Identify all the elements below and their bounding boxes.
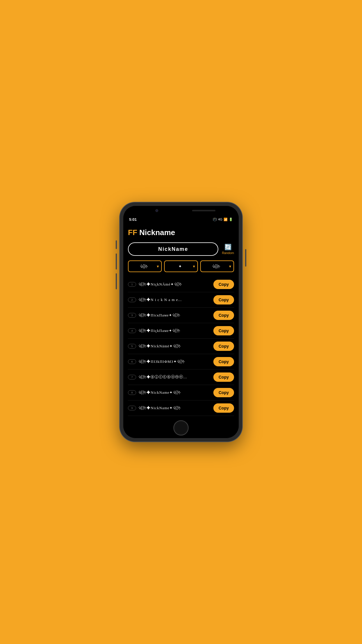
item-left-5: 5 ꧁꧂✦NïckNämë✦꧁꧂ — [128, 344, 213, 349]
filter-symbol-2: ✦ — [167, 264, 193, 269]
item-left-3: 3 ꧁꧂✦ПіскПаме✦꧁꧂ — [128, 313, 213, 318]
copy-button-7[interactable]: Copy — [213, 372, 234, 382]
network-icon: 4G — [218, 218, 222, 221]
copy-button-9[interactable]: Copy — [213, 403, 234, 413]
list-item: 4 ꧁꧂✦ПіçkПаме✦꧁꧂ Copy — [128, 323, 234, 339]
filter-symbol-3: ꧁꧂ — [203, 264, 229, 269]
item-number-5: 5 — [128, 344, 136, 349]
copy-button-3[interactable]: Copy — [213, 311, 234, 320]
list-item: 6 ꧁꧂✦ПІЗkПІФМЗ✦꧁꧂ Copy — [128, 354, 234, 370]
item-text-4: ꧁꧂✦ПіçkПаме✦꧁꧂ — [138, 328, 213, 333]
home-button[interactable] — [173, 420, 189, 435]
list-item: 9 ꧁꧂✦NіckName✦꧁꧂ Copy — [128, 400, 234, 416]
item-text-1: ꧁꧂✦NiçkNÄmé✦꧁꧂ — [138, 282, 213, 287]
mute-button — [116, 240, 117, 249]
battery-icon: 🔋 — [229, 218, 233, 221]
random-button[interactable]: 🔄 Random — [222, 244, 234, 255]
copy-button-1[interactable]: Copy — [213, 280, 234, 289]
volume-up-button — [116, 253, 117, 270]
item-number-7: 7 — [128, 375, 136, 379]
nickname-title-text: Nickname — [137, 228, 175, 237]
phone-screen: 5:01 📳 4G 📶 🔋 FF Nickname NickName — [123, 206, 239, 438]
list-item: 8 ꧁꧂✦NіckName✦꧁꧂ Copy — [128, 385, 234, 400]
item-text-8: ꧁꧂✦NіckName✦꧁꧂ — [138, 390, 213, 395]
chevron-down-icon-1: ▾ — [157, 264, 159, 269]
filter-symbol-1: ꧁꧂ — [131, 264, 157, 269]
copy-button-6[interactable]: Copy — [213, 357, 234, 366]
copy-button-4[interactable]: Copy — [213, 326, 234, 335]
item-text-3: ꧁꧂✦ПіскПаме✦꧁꧂ — [138, 313, 213, 318]
earpiece-speaker — [192, 210, 215, 211]
ff-text: FF — [128, 228, 137, 237]
list-item: 1 ꧁꧂✦NiçkNÄmé✦꧁꧂ Copy — [128, 277, 234, 292]
copy-button-5[interactable]: Copy — [213, 342, 234, 351]
phone-notch — [123, 206, 239, 215]
item-left-8: 8 ꧁꧂✦NіckName✦꧁꧂ — [128, 390, 213, 395]
item-text-6: ꧁꧂✦ПІЗkПІФМЗ✦꧁꧂ — [138, 359, 213, 364]
item-number-1: 1 — [128, 282, 136, 287]
item-number-3: 3 — [128, 313, 136, 318]
nickname-row: NickName 🔄 Random — [128, 242, 234, 256]
volume-down-button — [116, 273, 117, 289]
signal-icon: 📶 — [224, 218, 228, 221]
filter-row: ꧁꧂ ▾ ✦ ▾ ꧁꧂ ▾ — [128, 260, 234, 272]
chevron-down-icon-2: ▾ — [193, 264, 195, 269]
item-text-2: ꧁꧂✦N i c k N a m e... — [138, 298, 213, 302]
item-number-6: 6 — [128, 359, 136, 364]
item-left-9: 9 ꧁꧂✦NіckName✦꧁꧂ — [128, 406, 213, 410]
app-header: FF Nickname — [128, 228, 234, 237]
list-item: 3 ꧁꧂✦ПіскПаме✦꧁꧂ Copy — [128, 308, 234, 323]
item-text-5: ꧁꧂✦NïckNämë✦꧁꧂ — [138, 344, 213, 349]
filter-dropdown-3[interactable]: ꧁꧂ ▾ — [200, 260, 234, 272]
phone-frame: 5:01 📳 4G 📶 🔋 FF Nickname NickName — [120, 202, 242, 442]
list-item: 7 ꧁꧂✦ⓃⓘⓒⓚⓃⓐⓜⓔ... Copy — [128, 370, 234, 385]
nickname-input-box[interactable]: NickName — [128, 242, 218, 256]
nickname-list: 1 ꧁꧂✦NiçkNÄmé✦꧁꧂ Copy 2 ꧁꧂✦N i c k N a m… — [128, 277, 234, 418]
status-bar: 5:01 📳 4G 📶 🔋 — [123, 215, 239, 223]
item-left-4: 4 ꧁꧂✦ПіçkПаме✦꧁꧂ — [128, 328, 213, 333]
copy-button-2[interactable]: Copy — [213, 295, 234, 304]
item-left-6: 6 ꧁꧂✦ПІЗkПІФМЗ✦꧁꧂ — [128, 359, 213, 364]
item-left-1: 1 ꧁꧂✦NiçkNÄmé✦꧁꧂ — [128, 282, 213, 287]
item-number-4: 4 — [128, 328, 136, 333]
item-text-7: ꧁꧂✦ⓃⓘⓒⓚⓃⓐⓜⓔ... — [138, 375, 213, 379]
item-number-2: 2 — [128, 298, 136, 302]
app-content: FF Nickname NickName 🔄 Random ꧁꧂ ▾ — [123, 223, 239, 418]
chevron-down-icon-3: ▾ — [229, 264, 231, 269]
item-left-7: 7 ꧁꧂✦ⓃⓘⓒⓚⓃⓐⓜⓔ... — [128, 375, 213, 379]
list-item: 5 ꧁꧂✦NïckNämë✦꧁꧂ Copy — [128, 339, 234, 354]
item-number-8: 8 — [128, 390, 136, 395]
list-item: 2 ꧁꧂✦N i c k N a m e... Copy — [128, 292, 234, 308]
power-button — [245, 249, 246, 267]
front-camera — [155, 209, 158, 212]
filter-dropdown-1[interactable]: ꧁꧂ ▾ — [128, 260, 162, 272]
random-icon: 🔄 — [224, 244, 232, 251]
phone-bottom — [123, 418, 239, 438]
status-time: 5:01 — [129, 217, 137, 222]
nickname-input-value: NickName — [158, 246, 188, 252]
status-icons: 📳 4G 📶 🔋 — [213, 218, 233, 221]
item-text-9: ꧁꧂✦NіckName✦꧁꧂ — [138, 406, 213, 410]
vibrate-icon: 📳 — [213, 218, 217, 221]
app-title: FF Nickname — [128, 228, 175, 237]
random-label: Random — [222, 251, 234, 255]
copy-button-8[interactable]: Copy — [213, 388, 234, 397]
item-number-9: 9 — [128, 406, 136, 410]
filter-dropdown-2[interactable]: ✦ ▾ — [164, 260, 198, 272]
item-left-2: 2 ꧁꧂✦N i c k N a m e... — [128, 298, 213, 302]
